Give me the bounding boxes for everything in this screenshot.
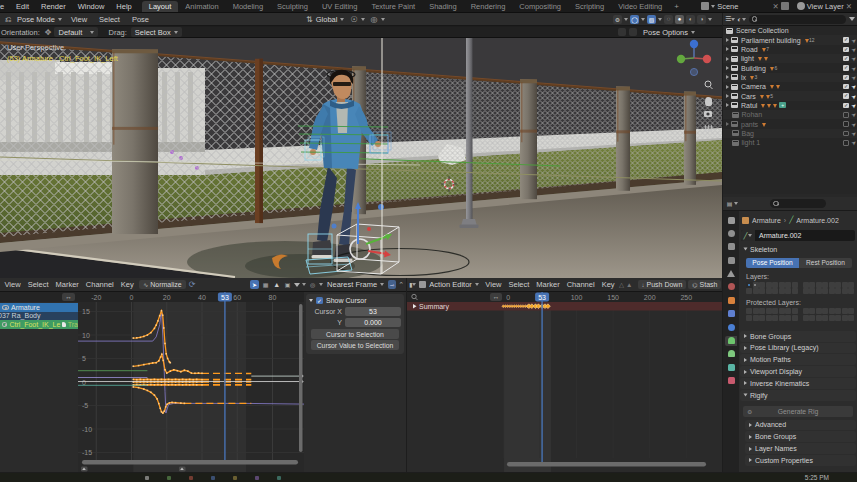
layer-cell[interactable] xyxy=(835,308,841,314)
layer-cell[interactable] xyxy=(816,288,822,294)
taskbar-app-icon[interactable] xyxy=(277,476,281,480)
new-scene-icon[interactable] xyxy=(781,2,789,10)
panel-bone-groups[interactable]: Bone Groups xyxy=(740,331,856,342)
graph-menu-marker[interactable]: Marker xyxy=(52,280,82,289)
exclude-arrow-icon[interactable]: ➤ xyxy=(849,82,857,91)
properties-tab-object[interactable] xyxy=(725,295,737,305)
layer-cell[interactable] xyxy=(772,288,778,294)
properties-tab-physics-fluid[interactable] xyxy=(725,322,737,332)
properties-tab-physics[interactable] xyxy=(725,376,737,386)
layer-cell[interactable] xyxy=(759,282,765,288)
smooth-icon[interactable]: ⌃ xyxy=(398,281,404,289)
layer-cell[interactable] xyxy=(803,288,809,294)
stash-button[interactable]: ⌬ Stash xyxy=(688,280,721,289)
collection-checkbox[interactable]: ✓ xyxy=(843,103,849,109)
armature-name-field[interactable]: ╱ Armature.002 xyxy=(741,230,855,241)
snap-toggle[interactable]: ☉ xyxy=(347,15,367,24)
graph-menu-key[interactable]: Key xyxy=(117,280,137,289)
panel-motion-paths[interactable]: Motion Paths xyxy=(740,354,856,365)
layer-cell[interactable] xyxy=(759,308,765,314)
viewport-menu-pose[interactable]: Pose xyxy=(126,15,155,24)
menu-help[interactable]: Help xyxy=(110,2,137,11)
layer-cell[interactable] xyxy=(766,282,772,288)
layer-cell[interactable] xyxy=(816,282,822,288)
drag-setting-value[interactable]: Select Box xyxy=(131,27,182,37)
new-action-icon[interactable]: △ xyxy=(618,281,625,289)
layer-cell[interactable] xyxy=(766,288,772,294)
layer-cell[interactable] xyxy=(753,315,759,321)
proportional-editing[interactable]: ◎ xyxy=(368,15,388,24)
show-cursor-checkbox[interactable]: ✓ xyxy=(316,297,323,304)
layer-cell[interactable] xyxy=(803,315,809,321)
viewport-menu-view[interactable]: View xyxy=(65,15,93,24)
exclude-arrow-icon[interactable]: ➤ xyxy=(849,138,857,147)
exclude-arrow-icon[interactable]: ➤ xyxy=(849,101,857,110)
push-down-button[interactable]: ↓ Push Down xyxy=(638,280,687,289)
outliner-row-ratul[interactable]: Ratul+✓➤ xyxy=(723,101,857,110)
layer-cell[interactable] xyxy=(848,288,854,294)
properties-tab-view-layer[interactable] xyxy=(725,255,737,265)
outliner-row-building[interactable]: Building6✓➤ xyxy=(723,63,857,72)
outliner-row-pants[interactable]: pants➤ xyxy=(723,119,857,128)
expand-icon[interactable] xyxy=(726,75,729,79)
dope-sheet-mode[interactable]: Action Editor xyxy=(416,280,482,289)
dope-menu-marker[interactable]: Marker xyxy=(533,280,563,289)
properties-tab-bone-constraint[interactable] xyxy=(725,362,737,372)
taskbar-app-icon[interactable] xyxy=(233,476,237,480)
workspace-tab-layout[interactable]: Layout xyxy=(142,1,179,12)
exclude-arrow-icon[interactable]: ➤ xyxy=(849,45,857,54)
unlink-action-icon[interactable]: ▲ xyxy=(625,281,633,288)
subpanel-bone-groups[interactable]: Bone Groups xyxy=(745,431,856,442)
skeleton-panel-header[interactable]: Skeleton xyxy=(740,244,856,255)
snap-mode-dropdown[interactable]: Nearest Frame xyxy=(325,280,386,289)
taskbar-app-icon[interactable] xyxy=(167,476,171,480)
layer-cell[interactable] xyxy=(785,315,791,321)
expand-icon[interactable] xyxy=(726,85,729,89)
graph-menu-channel[interactable]: Channel xyxy=(82,280,117,289)
properties-tab-render[interactable] xyxy=(725,228,737,238)
exclude-arrow-icon[interactable]: ➤ xyxy=(849,73,857,82)
outliner-row-scene-collection[interactable]: Scene Collection xyxy=(723,26,857,35)
menu-edit[interactable]: Edit xyxy=(10,2,35,11)
scene-selector[interactable]: Scene ✕ xyxy=(701,2,789,11)
orientation-setting-value[interactable]: Default xyxy=(54,27,98,37)
layer-cell[interactable] xyxy=(822,315,828,321)
expand-icon[interactable] xyxy=(726,38,729,42)
outliner-row-parliament-building[interactable]: Parliament building12✓➤ xyxy=(723,35,857,44)
layer-cell[interactable] xyxy=(785,282,791,288)
dope-menu-channel[interactable]: Channel xyxy=(563,280,598,289)
shading-wireframe-icon[interactable]: ◌ xyxy=(664,15,673,24)
workspace-tab-rendering[interactable]: Rendering xyxy=(464,1,513,12)
layer-cell[interactable] xyxy=(746,282,752,288)
collection-checkbox[interactable]: ✓ xyxy=(843,65,849,71)
properties-editor-icon[interactable]: ▤ xyxy=(725,199,734,208)
collection-checkbox[interactable]: ✓ xyxy=(843,75,849,81)
layer-cell[interactable] xyxy=(792,282,798,288)
workspace-tab-sculpting[interactable]: Sculpting xyxy=(270,1,315,12)
menu-file[interactable]: File xyxy=(0,2,10,11)
layer-cell[interactable] xyxy=(759,315,765,321)
layer-cell[interactable] xyxy=(835,315,841,321)
select-boxes-icon[interactable]: ▦ xyxy=(261,280,270,289)
rest-position-button[interactable]: Rest Position xyxy=(799,258,852,268)
workspace-tab-texture-paint[interactable]: Texture Paint xyxy=(364,1,422,12)
layer-cell[interactable] xyxy=(829,315,835,321)
layer-cell[interactable] xyxy=(829,308,835,314)
outliner-row-lx[interactable]: lx3✓➤ xyxy=(723,73,857,82)
layer-cell[interactable] xyxy=(792,315,798,321)
layer-cell[interactable] xyxy=(785,308,791,314)
layer-cell[interactable] xyxy=(785,288,791,294)
panel-collapse-icon[interactable] xyxy=(309,299,313,302)
pose-position-button[interactable]: Pose Position xyxy=(746,258,799,268)
taskbar-app-icon[interactable] xyxy=(211,476,215,480)
outliner-row-light[interactable]: light✓➤ xyxy=(723,54,857,63)
outliner-search-input[interactable] xyxy=(749,15,846,24)
properties-search-input[interactable] xyxy=(770,199,826,208)
exclude-arrow-icon[interactable]: ➤ xyxy=(849,110,857,119)
collection-checkbox[interactable] xyxy=(843,121,849,127)
pose-mirror-icon[interactable] xyxy=(629,28,637,36)
add-workspace-button[interactable]: + xyxy=(669,2,684,11)
workspace-tab-animation[interactable]: Animation xyxy=(178,1,225,12)
snap-toggle-icon[interactable]: ⇾ xyxy=(388,280,396,289)
dope-menu-key[interactable]: Key xyxy=(598,280,618,289)
